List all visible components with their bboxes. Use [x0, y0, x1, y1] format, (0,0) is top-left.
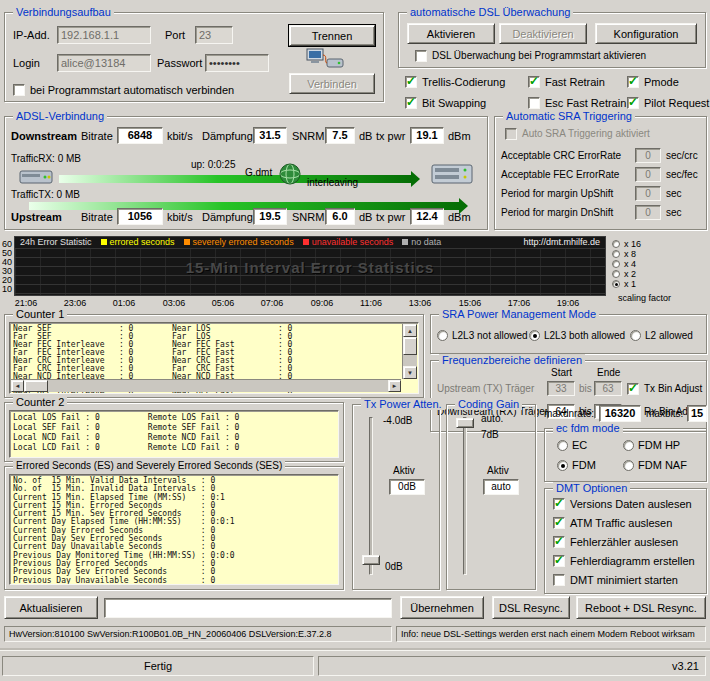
watchdog-group-title: automatische DSL Überwachung	[407, 6, 573, 18]
watchdog-autostart-checkbox[interactable]: DSL Überwachung bei Programmstart aktivi…	[415, 49, 646, 62]
configuration-button[interactable]: Konfiguration	[595, 23, 697, 44]
counter1-text: Near SEF : 0 Near LOS : 0 Far SEF : 0 Fa…	[13, 325, 400, 378]
atm-traffic-checkbox[interactable]: ATM Traffic auslesen	[553, 516, 672, 529]
tx-bin-adjust-checkbox[interactable]: Tx Bin Adjust	[627, 382, 702, 395]
password-input[interactable]	[205, 54, 269, 72]
x-tick: 21:06	[10, 298, 42, 308]
checkbox-box	[553, 555, 565, 567]
kbit-unit: kbit/s	[167, 211, 193, 224]
versions-daten-checkbox[interactable]: Versions Daten auslesen	[553, 497, 692, 510]
coding-gain-aktiv-label: Aktiv	[487, 465, 509, 477]
kbit-unit: kbit/s	[167, 130, 193, 143]
scroll-right-icon[interactable]: ►	[388, 380, 401, 392]
sra-power-title: SRA Power Management Mode	[439, 308, 599, 320]
sra-enable-checkbox: Auto SRA Triggering aktiviert	[505, 127, 650, 140]
maxbits-field[interactable]: 15	[687, 405, 707, 422]
tx-power-top-label: -4.0dB	[383, 415, 412, 427]
interleaving-label: interleaving	[307, 177, 358, 189]
uptime-label: up: 0:0:25	[191, 159, 235, 171]
db-unit: dB	[359, 130, 372, 143]
globe-icon	[279, 163, 301, 185]
radio-circle	[612, 260, 620, 268]
l2l3-both-allowed-radio[interactable]: L2L3 both allowed	[529, 329, 625, 341]
sra-upshift-field: 0	[635, 186, 661, 201]
upstream-label: Upstream	[11, 211, 62, 224]
radio-circle	[630, 330, 641, 341]
scroll-down-icon[interactable]: ▼	[403, 366, 417, 379]
fast-retrain-checkbox[interactable]: Fast Retrain	[528, 75, 605, 88]
maxdnrate-field[interactable]: 16320	[599, 405, 641, 422]
counter1-title: Counter 1	[13, 308, 67, 320]
scroll-thumb[interactable]	[403, 337, 417, 355]
atm-traffic-label: ATM Traffic auslesen	[570, 517, 672, 529]
l2-allowed-radio[interactable]: L2 allowed	[630, 329, 693, 341]
ip-input[interactable]	[57, 26, 151, 44]
trellis-checkbox[interactable]: Trellis-Codierung	[405, 75, 505, 88]
sra-fec-field: 0	[635, 167, 661, 182]
port-input[interactable]	[195, 26, 233, 44]
sra-crc-field: 0	[635, 148, 661, 163]
scaling-x1-radio[interactable]: x 1	[612, 278, 636, 290]
reboot-resync-button[interactable]: Reboot + DSL Resync.	[576, 596, 706, 619]
pmode-checkbox[interactable]: Pmode	[627, 75, 679, 88]
sra-dnshift-field: 0	[635, 205, 661, 220]
daempfung-label: Dämpfung	[202, 211, 253, 224]
esc-fast-retrain-checkbox[interactable]: Esc Fast Retrain	[528, 96, 626, 109]
scroll-up-icon[interactable]: ▲	[403, 324, 417, 337]
bitrate-label: Bitrate	[81, 130, 113, 143]
downstream-arrow	[59, 175, 411, 183]
scroll-thumb[interactable]	[24, 380, 48, 392]
es-ses-text: No. of 15 Min. Valid Data Intervals : 0 …	[13, 477, 235, 585]
severely-errored-chip	[184, 239, 190, 245]
ec-label: EC	[572, 439, 587, 451]
scroll-left-icon[interactable]: ◄	[11, 380, 24, 392]
scaling-x1-label: x 1	[624, 279, 636, 289]
up-daempfung-field: 19.5	[253, 208, 287, 225]
coding-gain-slider-handle[interactable]	[456, 418, 474, 428]
fehlerzaehler-checkbox[interactable]: Fehlerzähler auslesen	[553, 535, 678, 548]
activate-button[interactable]: Aktivieren	[407, 23, 495, 44]
connect-button[interactable]: Verbinden	[289, 73, 375, 94]
login-label: Login	[13, 57, 40, 70]
error-statistics-chart: 15-Min Interval Error Statistics 24h Err…	[14, 236, 606, 296]
upstream-arrow	[29, 202, 459, 210]
fdm-radio[interactable]: FDM	[557, 459, 596, 471]
refresh-button[interactable]: Aktualisieren	[4, 596, 98, 619]
fdm-naf-radio[interactable]: FDM NAF	[623, 459, 687, 471]
x-tick: 17:06	[503, 298, 535, 308]
checkbox-box	[553, 498, 565, 510]
tx-power-slider-handle[interactable]	[362, 555, 380, 565]
fdm-hp-radio[interactable]: FDM HP	[623, 439, 680, 451]
dmt-minimiert-checkbox[interactable]: DMT minimiert starten	[553, 573, 678, 586]
autoconnect-checkbox[interactable]: bei Programmstart automatisch verbinden	[13, 83, 234, 96]
sra-enable-label: Auto SRA Triggering aktiviert	[522, 128, 650, 139]
l2l3-not-allowed-radio[interactable]: L2L3 not allowed	[437, 329, 528, 341]
deactivate-button[interactable]: Deaktivieren	[499, 23, 587, 44]
dmt-tool-window: Verbindungsaufbau IP-Add. Port Trennen L…	[0, 0, 710, 681]
checkbox-box	[405, 76, 417, 88]
login-input[interactable]	[57, 54, 151, 72]
counter1-hscrollbar[interactable]: ◄ ►	[11, 379, 401, 392]
bitswap-checkbox[interactable]: Bit Swapping	[405, 96, 486, 109]
apply-button[interactable]: Übernehmen	[400, 596, 484, 619]
fehlerdiagramm-checkbox[interactable]: Fehlerdiagramm erstellen	[553, 554, 695, 567]
pilot-request-checkbox[interactable]: Pilot Request	[627, 96, 709, 109]
dmt-options-group: DMT Optionen Versions Daten auslesen ATM…	[544, 488, 707, 594]
command-input[interactable]	[104, 598, 392, 618]
x-tick: 19:06	[552, 298, 584, 308]
x-tick: 15:06	[454, 298, 486, 308]
ec-radio[interactable]: EC	[557, 439, 587, 451]
disconnect-button[interactable]: Trennen	[289, 25, 375, 46]
dsl-mode-label: G.dmt	[245, 167, 272, 179]
x-tick: 05:06	[207, 298, 239, 308]
end-header: Ende	[597, 367, 620, 379]
ecfdm-group: ec fdm mode EC FDM HP FDM FDM NAF	[544, 428, 707, 482]
upstream-start-field: 33	[547, 381, 575, 396]
es-ses-title: Errored Seconds (ES) and Severely Errore…	[13, 460, 285, 472]
dsl-resync-button[interactable]: DSL Resync.	[492, 596, 570, 619]
x-tick: 01:06	[108, 298, 140, 308]
coding-gain-value-field: auto	[483, 479, 519, 495]
traffic-tx-label: TrafficTX: 0 MB	[11, 189, 80, 201]
counter1-list[interactable]: Near SEF : 0 Near LOS : 0 Far SEF : 0 Fa…	[9, 322, 419, 394]
counter1-vscrollbar[interactable]: ▲ ▼	[402, 324, 417, 379]
